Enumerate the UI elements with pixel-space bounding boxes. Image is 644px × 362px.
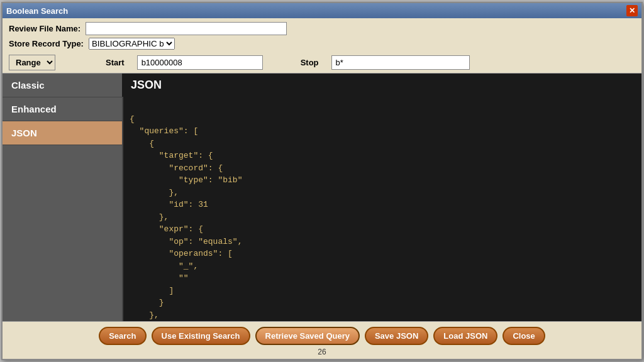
window-title: Boolean Search [6, 6, 68, 16]
range-type-select[interactable]: Range Single [9, 55, 55, 70]
boolean-search-window: Boolean Search ✕ Review File Name: Store… [1, 2, 643, 360]
start-label: Start [106, 58, 125, 67]
review-file-row: Review File Name: [9, 22, 635, 35]
start-input[interactable] [137, 55, 263, 70]
save-json-button[interactable]: Save JSON [365, 327, 428, 345]
sidebar-item-classic[interactable]: Classic [3, 74, 122, 97]
json-editor[interactable]: { "queries": [ { "target": { "record": {… [122, 97, 641, 321]
content-area: JSON { "queries": [ { "target": { "recor… [122, 74, 641, 321]
window-close-button[interactable]: ✕ [626, 5, 638, 16]
page-number: 26 [318, 348, 326, 356]
main-area: Classic Enhanced JSON JSON { "queries": … [3, 73, 641, 321]
content-header: JSON [122, 74, 641, 97]
button-row: Search Use Existing Search Retrieve Save… [99, 327, 545, 345]
retrieve-saved-query-button[interactable]: Retrieve Saved Query [255, 327, 360, 345]
sidebar-enhanced-label: Enhanced [11, 104, 57, 114]
review-file-label: Review File Name: [9, 24, 80, 33]
sidebar-classic-label: Classic [11, 80, 45, 90]
store-record-row: Store Record Type: BIBLIOGRAPHIC b ITEM … [9, 38, 635, 50]
range-type-wrapper: Range Single [9, 55, 55, 70]
search-button[interactable]: Search [99, 327, 146, 345]
store-record-label: Store Record Type: [9, 39, 84, 48]
sidebar-item-json[interactable]: JSON [3, 121, 122, 145]
load-json-button[interactable]: Load JSON [433, 327, 497, 345]
review-file-input[interactable] [86, 22, 287, 35]
use-existing-search-button[interactable]: Use Existing Search [152, 327, 250, 345]
sidebar-json-label: JSON [11, 128, 37, 138]
close-button[interactable]: Close [502, 327, 545, 345]
stop-input[interactable] [331, 55, 470, 70]
store-record-select[interactable]: BIBLIOGRAPHIC b ITEM i AUTHORITY a [89, 38, 175, 50]
form-area: Review File Name: Store Record Type: BIB… [3, 18, 641, 52]
range-row: Range Single Start Stop [3, 52, 641, 73]
sidebar: Classic Enhanced JSON [3, 74, 122, 321]
stop-label: Stop [301, 58, 319, 67]
footer: Search Use Existing Search Retrieve Save… [3, 321, 641, 359]
sidebar-item-enhanced[interactable]: Enhanced [3, 97, 122, 121]
title-bar: Boolean Search ✕ [3, 3, 641, 18]
